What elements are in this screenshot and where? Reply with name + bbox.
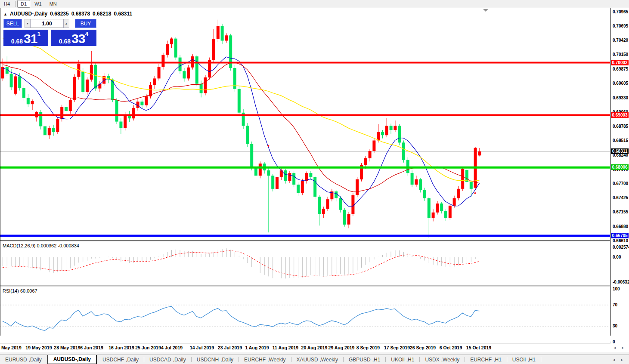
tab-usdcnh-daily[interactable]: USDCNH-,Daily [192,355,239,364]
tab-eurusd-daily[interactable]: EURUSD-,Daily [0,355,47,364]
sell-price-pips: 31 [24,33,37,45]
price-tick: 0.67700 [613,181,628,186]
price-tick: 0.69605 [613,81,628,86]
price-tick: 0.67155 [613,210,628,214]
buy-price-pips: 33 [71,33,85,45]
current-price-tag: 0.68311 [611,148,629,154]
tab-eurchf-h1[interactable]: EURCHF-,H1 [465,355,507,364]
timeframe-button-h4[interactable]: H4 [0,0,13,8]
price-tick: 0.70150 [613,52,628,57]
volume-increase-button[interactable]: ▲ [63,19,69,28]
volume-decrease-button[interactable]: ▼ [25,19,31,28]
volume-input[interactable]: 1.00 [31,19,63,28]
price-tick: 0.68785 [613,124,628,129]
toolbar-separator [15,1,15,7]
date-tick-label: 11 Aug 2019 [273,345,298,350]
date-tick-label: 4 Jul 2019 [161,345,183,350]
hline-price-tag: 0.70002 [611,60,629,65]
macd-tick: -0.006326 [613,280,629,284]
chart-title-line: ▲AUDUSD-,Daily0.682350.683780.682180.683… [3,11,135,17]
one-click-trade-panel: SELL ▼ 1.00 ▲ BUY 0.68 31 1 0.68 33 4 [3,19,96,46]
hline-price-tag: 0.69003 [611,112,629,118]
hline-price-tag: 0.68006 [611,164,629,170]
price-tick: 0.66880 [613,224,628,229]
timeframe-button-w1[interactable]: W1 [31,0,45,8]
price-tick: 0.70965 [613,9,628,14]
sell-price-point: 1 [37,31,40,37]
tab-gbpusd-h1[interactable]: GBPUSD-,H1 [344,355,385,364]
tab-audusd-daily[interactable]: AUDUSD-,Daily [47,355,97,364]
date-tick-label: 1 Aug 2019 [245,345,269,350]
volume-stepper: ▼ 1.00 ▲ [25,19,69,28]
collapse-triangle-icon[interactable]: ▲ [3,12,7,16]
timeframe-toolbar: H4D1W1MN [0,0,629,8]
tab-usdchf-daily[interactable]: USDCHF-,Daily [97,355,144,364]
svg-text:+: + [216,33,219,39]
date-tick-label: 26 Sep 2019 [410,345,436,350]
rsi-tick: 100 [613,287,620,291]
date-tick-label: 9 May 2019 [0,345,22,350]
trading-terminal-window: H4D1W1MN +▼▲ ▲AUDUSD-,Daily0.682350.6837… [0,0,629,364]
date-tick-label: 29 Aug 2019 [328,345,355,350]
date-tick-label: 17 Sep 2019 [384,345,410,350]
price-axis[interactable]: 0.709650.706950.704200.701500.698750.696… [610,8,629,343]
price-tick: 0.69330 [613,96,628,100]
date-tick-label: 19 May 2019 [25,345,52,350]
chart-tab-bar: EURUSD-,DailyAUDUSD-,DailyUSDCHF-,DailyU… [0,355,629,364]
ohlc-open: 0.68235 [50,11,68,17]
chart-area[interactable]: +▼▲ [0,8,629,364]
candlestick-chart[interactable]: +▼▲ [0,8,629,364]
rsi-indicator-label: RSI(14) 60.0067 [3,288,37,293]
tab-usdcad-daily[interactable]: USDCAD-,Daily [144,355,191,364]
hline-price-tag: 0.66705 [611,233,629,238]
date-tick-label: 20 Aug 2019 [301,345,328,350]
svg-text:▲: ▲ [474,191,477,194]
macd-tick: 0.00 [613,255,621,259]
price-tick: 0.66610 [613,238,628,243]
ohlc-close: 0.68311 [114,11,132,17]
rsi-tick: 30 [613,324,617,328]
date-axis[interactable]: ◂ ▸ 9 May 201919 May 201928 May 20196 Ju… [0,343,629,352]
buy-button[interactable]: BUY [75,19,96,28]
price-tick: 0.67425 [613,195,628,200]
svg-text:▼: ▼ [266,144,270,148]
price-tick: 0.68515 [613,138,628,143]
date-tick-label: 8 Sep 2019 [356,345,380,350]
rsi-tick: 0 [613,339,615,344]
date-tick-label: 6 Jun 2019 [80,345,103,350]
timeframe-button-mn[interactable]: MN [46,0,60,8]
timeframe-button-d1[interactable]: D1 [17,0,30,8]
buy-price-point: 4 [85,31,88,37]
date-tick-label: 15 Oct 2019 [466,345,491,350]
tab-usdx-weekly[interactable]: USDX-,Weekly [420,355,465,364]
price-tick: 0.69875 [613,67,628,71]
horizontal-scroll-arrows[interactable]: ◂ ▸ [614,345,626,350]
price-tick: 0.70695 [613,24,628,28]
price-tick: 0.70420 [613,38,628,43]
ohlc-low: 0.68218 [93,11,111,17]
tab-xauusd-weekly[interactable]: XAUUSD-,Weekly [291,355,343,364]
tab-usoil-h1[interactable]: USOil-,H1 [507,355,541,364]
date-tick-label: 14 Jul 2019 [190,345,214,350]
tab-eurchf-weekly[interactable]: EURCHF-,Weekly [239,355,291,364]
sell-price-display[interactable]: 0.68 31 1 [3,30,48,46]
buy-price-display[interactable]: 0.68 33 4 [51,30,96,46]
date-tick-label: 23 Jul 2019 [218,345,242,350]
macd-indicator-label: MACD(12,26,9) 0.000362 -0.000834 [3,243,79,248]
tab-ukoil-h1[interactable]: UKOil-,H1 [386,355,419,364]
tab-separator [541,357,541,362]
date-tick-label: 16 Jun 2019 [108,345,134,350]
ohlc-high: 0.68378 [71,11,90,17]
tab-scroll-arrows[interactable]: ◂ ▸ [613,355,629,364]
date-tick-label: 6 Oct 2019 [440,345,462,350]
macd-tick: 0.002574 [613,245,629,250]
chart-symbol-label: AUDUSD-,Daily [10,11,47,17]
date-tick-label: 28 May 2019 [54,345,80,350]
sell-button[interactable]: SELL [3,19,22,28]
date-tick-label: 25 Jun 2019 [135,345,161,350]
sell-price-prefix: 0.68 [11,38,23,45]
rsi-tick: 70 [613,302,617,307]
buy-price-prefix: 0.68 [59,38,71,45]
